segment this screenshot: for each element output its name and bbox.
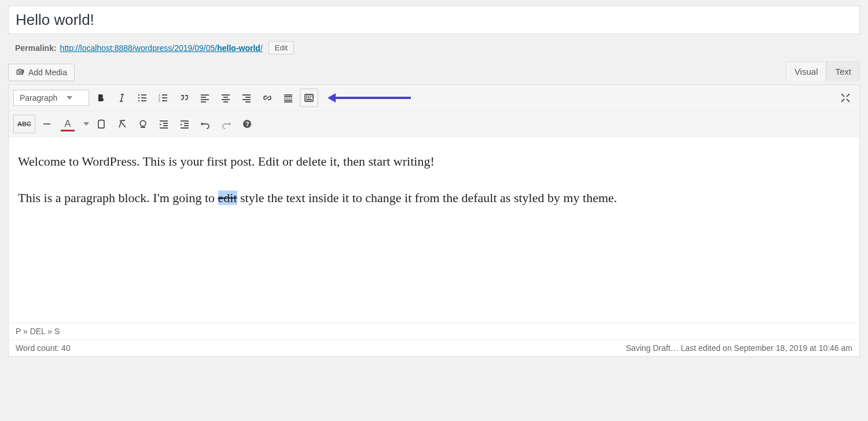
align-center-button[interactable] — [216, 89, 235, 107]
svg-rect-10 — [306, 96, 307, 97]
add-media-label: Add Media — [28, 68, 67, 77]
svg-rect-23 — [100, 119, 103, 121]
bullet-list-button[interactable] — [133, 89, 152, 107]
post-title-input[interactable] — [16, 11, 852, 29]
paste-text-button[interactable]: T — [92, 115, 111, 133]
align-left-button[interactable] — [196, 89, 214, 107]
bold-button[interactable] — [91, 89, 110, 107]
redo-button[interactable] — [217, 115, 236, 133]
permalink-base-link[interactable]: http://localhost:8888/wordpress/2019/09/… — [60, 43, 218, 53]
chevron-down-icon — [83, 122, 89, 126]
tab-visual[interactable]: Visual — [786, 61, 827, 81]
add-media-button[interactable]: Add Media — [8, 64, 75, 81]
toolbar-row-2: ABC A T ? — [9, 111, 859, 137]
text-color-button[interactable]: A — [58, 115, 77, 133]
horizontal-rule-button[interactable] — [38, 115, 56, 133]
p2-pre: This is a paragraph block. I'm going to — [18, 191, 218, 205]
permalink-label: Permalink: — [15, 43, 57, 53]
svg-point-4 — [138, 97, 140, 99]
svg-rect-15 — [308, 97, 309, 98]
arrow-line — [336, 97, 411, 99]
svg-rect-13 — [311, 96, 312, 97]
svg-text:T: T — [100, 122, 103, 127]
strikethrough-button[interactable]: ABC — [13, 115, 35, 133]
content-paragraph-2: This is a paragraph block. I'm going to … — [18, 188, 850, 208]
svg-rect-16 — [310, 97, 311, 98]
svg-point-0 — [19, 71, 21, 73]
toolbar-row-1: Paragraph 123 — [9, 85, 859, 111]
svg-rect-11 — [308, 96, 309, 97]
camera-music-icon — [16, 68, 25, 77]
svg-point-2 — [23, 72, 24, 74]
content-paragraph-1: Welcome to WordPress. This is your first… — [18, 151, 850, 171]
svg-point-1 — [21, 73, 23, 74]
outdent-button[interactable] — [155, 115, 173, 133]
svg-rect-14 — [306, 97, 307, 98]
text-color-dropdown[interactable] — [79, 115, 90, 133]
fullscreen-button[interactable] — [836, 89, 855, 107]
svg-point-19 — [848, 94, 849, 95]
editor-container: Paragraph 123 ABC A — [8, 85, 860, 357]
svg-text:3: 3 — [159, 99, 160, 102]
arrow-left-icon — [328, 93, 336, 102]
svg-text:?: ? — [245, 121, 249, 127]
svg-point-21 — [848, 101, 849, 102]
svg-point-20 — [841, 101, 843, 102]
svg-rect-12 — [310, 96, 311, 97]
editor-tabs: Visual Text — [786, 61, 860, 81]
svg-point-5 — [138, 100, 140, 102]
permalink-trail[interactable]: / — [260, 43, 263, 53]
editor-content[interactable]: Welcome to WordPress. This is your first… — [9, 137, 859, 323]
selected-strikethrough-text: edit — [218, 191, 237, 205]
arrow-annotation — [328, 93, 411, 102]
chevron-down-icon — [67, 96, 72, 100]
save-status: Saving Draft… Last edited on September 1… — [626, 343, 852, 353]
svg-point-3 — [138, 94, 140, 96]
permalink-edit-button[interactable]: Edit — [269, 41, 294, 54]
status-bar: P » DEL » S Word count: 40 Saving Draft…… — [9, 323, 859, 356]
svg-point-18 — [841, 94, 843, 95]
element-path[interactable]: P » DEL » S — [9, 323, 859, 340]
align-right-button[interactable] — [237, 89, 256, 107]
link-button[interactable] — [258, 89, 277, 107]
permalink-slug-link[interactable]: hello-world — [217, 43, 260, 53]
permalink-row: Permalink: http://localhost:8888/wordpre… — [8, 39, 860, 61]
undo-button[interactable] — [196, 115, 215, 133]
indent-button[interactable] — [175, 115, 194, 133]
svg-rect-17 — [306, 99, 312, 100]
toolbar-toggle-button[interactable] — [300, 89, 318, 107]
format-dropdown-label: Paragraph — [20, 93, 57, 102]
format-dropdown[interactable]: Paragraph — [13, 90, 89, 106]
read-more-button[interactable] — [279, 89, 297, 107]
italic-button[interactable] — [112, 89, 131, 107]
word-count: Word count: 40 — [16, 343, 71, 353]
tab-text[interactable]: Text — [826, 61, 860, 81]
post-title-box — [8, 6, 860, 34]
numbered-list-button[interactable]: 123 — [154, 89, 172, 107]
help-button[interactable]: ? — [238, 115, 256, 133]
p2-post: style the text inside it to change it fr… — [237, 191, 617, 205]
special-character-button[interactable] — [134, 115, 152, 133]
clear-formatting-button[interactable] — [113, 115, 131, 133]
blockquote-button[interactable] — [175, 89, 193, 107]
